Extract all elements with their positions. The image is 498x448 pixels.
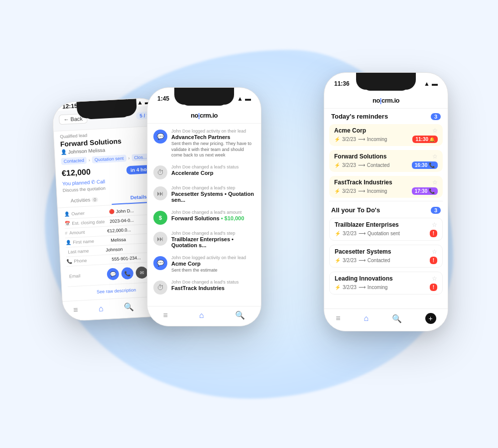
- crm-logo-right: no|crm.io: [373, 97, 399, 104]
- status-icons-right: ▲ ▬: [424, 80, 438, 87]
- activity-lead-3[interactable]: Pacesetter Systems • Quotation sen...: [171, 191, 255, 203]
- reminder-name-fasttrack: FastTrack Industries: [334, 179, 392, 186]
- nav-search-left[interactable]: 🔍: [124, 302, 134, 312]
- date-icon: 📅: [64, 221, 70, 226]
- call-icon[interactable]: 📞: [121, 267, 133, 280]
- reminder-date-fasttrack: 3/2/23: [342, 188, 356, 194]
- activity-meta-1: John Doe logged activity on their lead: [171, 129, 255, 134]
- planned-action: ✆ Call: [91, 179, 106, 185]
- status-time-mid: 1:45: [157, 95, 169, 102]
- reminder-time-forward: 16:30 📞: [412, 161, 438, 169]
- stage-quotation: Quotation sent: [92, 154, 126, 163]
- section-separator: [329, 201, 443, 201]
- activity-lead-4[interactable]: Forward Solutions • $10,000: [171, 215, 244, 221]
- todo-date-trail: 3/2/23: [343, 231, 357, 236]
- status-time-left: 12:15: [62, 102, 78, 110]
- activity-meta-3: John Doe changed a lead's step: [171, 185, 255, 190]
- person-name: Johnson Melissa: [68, 148, 106, 155]
- bolt-icon-fasttrack: ⚡: [334, 188, 340, 194]
- bolt-icon-forward: ⚡: [334, 162, 340, 168]
- activity-meta-4: John Doe changed a lead's amount: [171, 210, 244, 215]
- star-trailblazer[interactable]: ☆: [432, 221, 437, 228]
- amount-icon: #: [65, 231, 68, 236]
- todos-section-header: All your To Do's 3: [324, 202, 448, 216]
- todo-name-trailblazer: Trailblazer Enterprises: [335, 221, 399, 228]
- nav-menu-left[interactable]: ≡: [73, 305, 78, 314]
- activity-msg-6: Sent them the estimate: [171, 268, 246, 274]
- activity-lead-2[interactable]: Accelerate Corp: [171, 170, 239, 176]
- phone-middle: 1:45 ▲ ▬ no|crm.io 💬 John Doe logged act…: [147, 87, 261, 326]
- scene: 12:15 ▲ ▬ ← Back 5 / 11 Qualified lead F…: [0, 0, 498, 448]
- activity-lead-6[interactable]: Acme Corp: [171, 261, 246, 267]
- reminder-acme[interactable]: Acme Corp ☆ ⚡ 3/2/23 ⟶ Incoming 11:30 🔔: [329, 124, 443, 146]
- todo-status-trail: Quotation sent: [368, 231, 400, 236]
- chat-icon[interactable]: 💬: [107, 268, 119, 280]
- nav-home-right[interactable]: ⌂: [364, 314, 369, 323]
- todo-pacesetter[interactable]: Pacesetter Systems ☆ ⚡ 3/2/23 ⟶ Contacte…: [329, 245, 443, 268]
- activity-lead-1[interactable]: AdvanceTech Partners: [171, 134, 255, 140]
- bolt-icon-lead: ⚡: [335, 285, 341, 290]
- screen-middle: 1:45 ▲ ▬ no|crm.io 💬 John Doe logged act…: [147, 88, 261, 326]
- activity-dot-1: 💬: [153, 130, 167, 144]
- phone-right: 11:36 ▲ ▬ no|crm.io Today's reminders 3 …: [324, 72, 448, 331]
- star-acme[interactable]: ☆: [432, 127, 438, 134]
- nav-home-left[interactable]: ⌂: [98, 304, 104, 313]
- exclaim-lead: !: [430, 284, 437, 291]
- todo-name-leading: Leading Innovations: [335, 275, 393, 282]
- todo-trailblazer[interactable]: Trailblazer Enterprises ☆ ⚡ 3/2/23 ⟶ Quo…: [329, 218, 443, 241]
- reminders-title: Today's reminders: [331, 113, 388, 120]
- nav-search-mid[interactable]: 🔍: [235, 310, 245, 320]
- nav-home-mid[interactable]: ⌂: [199, 311, 204, 320]
- dynamic-island-right: [364, 78, 408, 91]
- arrow-forward: ⟶: [358, 162, 365, 168]
- arrow-lead: ⟶: [359, 285, 366, 290]
- status-icons-mid: ▲ ▬: [237, 95, 251, 102]
- arrow-acme: ⟶: [358, 137, 365, 142]
- bolt-icon-acme: ⚡: [334, 137, 340, 142]
- screen-right: 11:36 ▲ ▬ no|crm.io Today's reminders 3 …: [324, 73, 448, 331]
- status-time-right: 11:36: [334, 80, 350, 87]
- activity-item-3: ⏭ John Doe changed a lead's step Paceset…: [147, 182, 261, 207]
- todo-leading[interactable]: Leading Innovations ☆ ⚡ 3/2/23 ⟶ Incomin…: [329, 272, 443, 295]
- nav-search-right[interactable]: 🔍: [392, 314, 402, 323]
- activity-lead-5[interactable]: Trailblazer Enterprises • Quotation s...: [171, 236, 255, 248]
- reminder-status-acme: Incoming: [367, 137, 387, 142]
- todo-status-pace: Contacted: [368, 258, 390, 263]
- activity-dot-3: ⏭: [153, 186, 167, 200]
- reminder-fasttrack[interactable]: FastTrack Industries ☆ ⚡ 3/2/23 ⟶ Incomi…: [329, 176, 443, 198]
- activity-dot-2: ⏱: [153, 165, 167, 179]
- stage-contacted: Contacted: [61, 157, 87, 165]
- todo-date-pace: 3/2/23: [343, 258, 357, 263]
- activity-dot-5: ⏭: [153, 232, 167, 246]
- star-leading[interactable]: ☆: [432, 275, 437, 282]
- activity-dot-6: 💬: [153, 256, 167, 270]
- activity-lead-7[interactable]: FastTrack Industries: [171, 285, 239, 291]
- crm-logo-mid: no|crm.io: [191, 112, 218, 119]
- activity-item-5: ⏭ John Doe changed a lead's step Trailbl…: [147, 228, 261, 252]
- reminders-count: 3: [431, 113, 441, 120]
- nav-menu-right[interactable]: ≡: [336, 314, 340, 323]
- nav-menu-mid[interactable]: ≡: [163, 311, 167, 320]
- mid-logo: no|crm.io: [147, 110, 261, 124]
- planned-label: You planned: [62, 179, 90, 186]
- reminder-forward[interactable]: Forward Solutions ☆ ⚡ 3/2/23 ⟶ Contacted…: [329, 150, 443, 172]
- todos-title: All your To Do's: [331, 206, 380, 214]
- email-icon[interactable]: ✉: [135, 266, 148, 279]
- back-button[interactable]: ← Back: [59, 113, 87, 125]
- reminder-time-fasttrack: 17:30 📞: [412, 187, 438, 195]
- battery-icon-mid: ▬: [245, 95, 251, 102]
- todo-name-pacesetter: Pacesetter Systems: [335, 248, 391, 255]
- reminder-date-acme: 3/2/23: [342, 137, 356, 142]
- nav-plus-right[interactable]: +: [425, 313, 436, 324]
- activity-item-4: $ John Doe changed a lead's amount Forwa…: [147, 207, 261, 228]
- reminder-name-acme: Acme Corp: [334, 127, 366, 134]
- star-pacesetter[interactable]: ☆: [432, 248, 437, 255]
- star-forward[interactable]: ☆: [432, 153, 438, 160]
- todo-date-lead: 3/2/23: [343, 285, 357, 290]
- star-fasttrack[interactable]: ☆: [432, 179, 438, 186]
- amount-value: €12,000: [62, 167, 91, 178]
- activity-dot-4: $: [153, 211, 167, 225]
- battery-icon-right: ▬: [432, 80, 438, 87]
- wifi-icon: ▲: [137, 99, 143, 106]
- reminder-status-forward: Contacted: [367, 162, 390, 168]
